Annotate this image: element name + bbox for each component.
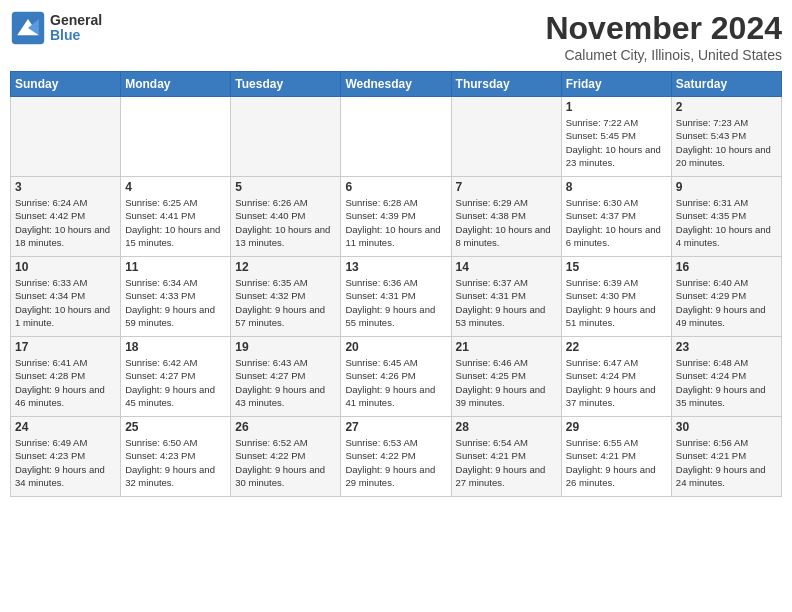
day-number: 9 [676, 180, 777, 194]
day-info: Sunrise: 6:36 AM Sunset: 4:31 PM Dayligh… [345, 276, 446, 329]
location-title: Calumet City, Illinois, United States [545, 47, 782, 63]
day-number: 22 [566, 340, 667, 354]
day-number: 21 [456, 340, 557, 354]
calendar-cell [11, 97, 121, 177]
day-info: Sunrise: 6:25 AM Sunset: 4:41 PM Dayligh… [125, 196, 226, 249]
day-info: Sunrise: 6:45 AM Sunset: 4:26 PM Dayligh… [345, 356, 446, 409]
calendar-cell: 5Sunrise: 6:26 AM Sunset: 4:40 PM Daylig… [231, 177, 341, 257]
day-info: Sunrise: 6:41 AM Sunset: 4:28 PM Dayligh… [15, 356, 116, 409]
day-info: Sunrise: 6:42 AM Sunset: 4:27 PM Dayligh… [125, 356, 226, 409]
day-info: Sunrise: 7:23 AM Sunset: 5:43 PM Dayligh… [676, 116, 777, 169]
day-number: 17 [15, 340, 116, 354]
day-info: Sunrise: 6:24 AM Sunset: 4:42 PM Dayligh… [15, 196, 116, 249]
logo: General Blue [10, 10, 102, 46]
calendar-week-row: 1Sunrise: 7:22 AM Sunset: 5:45 PM Daylig… [11, 97, 782, 177]
calendar-cell: 15Sunrise: 6:39 AM Sunset: 4:30 PM Dayli… [561, 257, 671, 337]
calendar-week-row: 3Sunrise: 6:24 AM Sunset: 4:42 PM Daylig… [11, 177, 782, 257]
day-number: 4 [125, 180, 226, 194]
day-number: 27 [345, 420, 446, 434]
calendar-cell: 13Sunrise: 6:36 AM Sunset: 4:31 PM Dayli… [341, 257, 451, 337]
day-info: Sunrise: 6:43 AM Sunset: 4:27 PM Dayligh… [235, 356, 336, 409]
calendar-week-row: 17Sunrise: 6:41 AM Sunset: 4:28 PM Dayli… [11, 337, 782, 417]
day-info: Sunrise: 6:34 AM Sunset: 4:33 PM Dayligh… [125, 276, 226, 329]
day-number: 10 [15, 260, 116, 274]
logo-general-text: General [50, 13, 102, 28]
day-number: 20 [345, 340, 446, 354]
day-header-tuesday: Tuesday [231, 72, 341, 97]
calendar-cell: 2Sunrise: 7:23 AM Sunset: 5:43 PM Daylig… [671, 97, 781, 177]
day-number: 6 [345, 180, 446, 194]
day-number: 11 [125, 260, 226, 274]
day-number: 23 [676, 340, 777, 354]
logo-blue-text: Blue [50, 28, 102, 43]
calendar-cell: 6Sunrise: 6:28 AM Sunset: 4:39 PM Daylig… [341, 177, 451, 257]
title-block: November 2024 Calumet City, Illinois, Un… [545, 10, 782, 63]
day-info: Sunrise: 6:37 AM Sunset: 4:31 PM Dayligh… [456, 276, 557, 329]
calendar-cell: 24Sunrise: 6:49 AM Sunset: 4:23 PM Dayli… [11, 417, 121, 497]
month-title: November 2024 [545, 10, 782, 47]
day-number: 7 [456, 180, 557, 194]
day-info: Sunrise: 6:39 AM Sunset: 4:30 PM Dayligh… [566, 276, 667, 329]
calendar-cell: 12Sunrise: 6:35 AM Sunset: 4:32 PM Dayli… [231, 257, 341, 337]
day-number: 2 [676, 100, 777, 114]
calendar-cell: 23Sunrise: 6:48 AM Sunset: 4:24 PM Dayli… [671, 337, 781, 417]
calendar-cell: 21Sunrise: 6:46 AM Sunset: 4:25 PM Dayli… [451, 337, 561, 417]
calendar-week-row: 24Sunrise: 6:49 AM Sunset: 4:23 PM Dayli… [11, 417, 782, 497]
calendar-cell: 29Sunrise: 6:55 AM Sunset: 4:21 PM Dayli… [561, 417, 671, 497]
day-info: Sunrise: 6:31 AM Sunset: 4:35 PM Dayligh… [676, 196, 777, 249]
day-number: 12 [235, 260, 336, 274]
day-info: Sunrise: 6:50 AM Sunset: 4:23 PM Dayligh… [125, 436, 226, 489]
day-number: 28 [456, 420, 557, 434]
calendar-cell: 17Sunrise: 6:41 AM Sunset: 4:28 PM Dayli… [11, 337, 121, 417]
day-info: Sunrise: 6:55 AM Sunset: 4:21 PM Dayligh… [566, 436, 667, 489]
calendar-cell: 18Sunrise: 6:42 AM Sunset: 4:27 PM Dayli… [121, 337, 231, 417]
day-header-thursday: Thursday [451, 72, 561, 97]
day-number: 14 [456, 260, 557, 274]
calendar-cell: 30Sunrise: 6:56 AM Sunset: 4:21 PM Dayli… [671, 417, 781, 497]
calendar-cell: 14Sunrise: 6:37 AM Sunset: 4:31 PM Dayli… [451, 257, 561, 337]
day-info: Sunrise: 6:29 AM Sunset: 4:38 PM Dayligh… [456, 196, 557, 249]
day-info: Sunrise: 6:53 AM Sunset: 4:22 PM Dayligh… [345, 436, 446, 489]
day-header-monday: Monday [121, 72, 231, 97]
day-info: Sunrise: 6:40 AM Sunset: 4:29 PM Dayligh… [676, 276, 777, 329]
calendar-cell: 20Sunrise: 6:45 AM Sunset: 4:26 PM Dayli… [341, 337, 451, 417]
calendar-cell: 22Sunrise: 6:47 AM Sunset: 4:24 PM Dayli… [561, 337, 671, 417]
calendar-cell: 27Sunrise: 6:53 AM Sunset: 4:22 PM Dayli… [341, 417, 451, 497]
day-number: 30 [676, 420, 777, 434]
calendar-cell: 28Sunrise: 6:54 AM Sunset: 4:21 PM Dayli… [451, 417, 561, 497]
calendar-cell: 16Sunrise: 6:40 AM Sunset: 4:29 PM Dayli… [671, 257, 781, 337]
day-number: 15 [566, 260, 667, 274]
calendar-cell: 9Sunrise: 6:31 AM Sunset: 4:35 PM Daylig… [671, 177, 781, 257]
calendar-cell [121, 97, 231, 177]
calendar-cell: 8Sunrise: 6:30 AM Sunset: 4:37 PM Daylig… [561, 177, 671, 257]
calendar-cell: 3Sunrise: 6:24 AM Sunset: 4:42 PM Daylig… [11, 177, 121, 257]
day-header-sunday: Sunday [11, 72, 121, 97]
day-info: Sunrise: 7:22 AM Sunset: 5:45 PM Dayligh… [566, 116, 667, 169]
day-info: Sunrise: 6:28 AM Sunset: 4:39 PM Dayligh… [345, 196, 446, 249]
day-number: 13 [345, 260, 446, 274]
day-number: 26 [235, 420, 336, 434]
day-info: Sunrise: 6:52 AM Sunset: 4:22 PM Dayligh… [235, 436, 336, 489]
day-info: Sunrise: 6:35 AM Sunset: 4:32 PM Dayligh… [235, 276, 336, 329]
day-info: Sunrise: 6:48 AM Sunset: 4:24 PM Dayligh… [676, 356, 777, 409]
day-number: 3 [15, 180, 116, 194]
calendar-cell: 4Sunrise: 6:25 AM Sunset: 4:41 PM Daylig… [121, 177, 231, 257]
calendar-table: SundayMondayTuesdayWednesdayThursdayFrid… [10, 71, 782, 497]
page-header: General Blue November 2024 Calumet City,… [10, 10, 782, 63]
day-info: Sunrise: 6:47 AM Sunset: 4:24 PM Dayligh… [566, 356, 667, 409]
day-number: 29 [566, 420, 667, 434]
day-number: 8 [566, 180, 667, 194]
day-info: Sunrise: 6:26 AM Sunset: 4:40 PM Dayligh… [235, 196, 336, 249]
logo-icon [10, 10, 46, 46]
day-info: Sunrise: 6:49 AM Sunset: 4:23 PM Dayligh… [15, 436, 116, 489]
day-header-friday: Friday [561, 72, 671, 97]
day-header-saturday: Saturday [671, 72, 781, 97]
day-number: 19 [235, 340, 336, 354]
day-info: Sunrise: 6:30 AM Sunset: 4:37 PM Dayligh… [566, 196, 667, 249]
calendar-cell [231, 97, 341, 177]
day-number: 5 [235, 180, 336, 194]
day-number: 1 [566, 100, 667, 114]
day-number: 18 [125, 340, 226, 354]
day-info: Sunrise: 6:33 AM Sunset: 4:34 PM Dayligh… [15, 276, 116, 329]
calendar-week-row: 10Sunrise: 6:33 AM Sunset: 4:34 PM Dayli… [11, 257, 782, 337]
